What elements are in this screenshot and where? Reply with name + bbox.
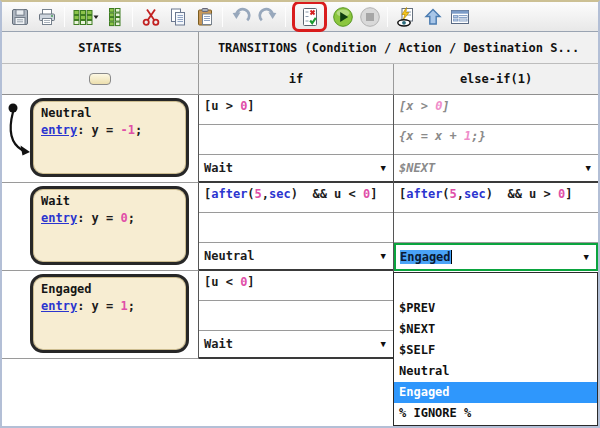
destination-dropdown[interactable]: $NEXT▼ <box>394 155 598 183</box>
if-cells-wait: [after(5,sec) && u < 0] Neutral▼ <box>199 183 394 271</box>
state-icon <box>89 73 111 85</box>
print-icon <box>37 7 57 27</box>
go-up-button[interactable] <box>419 4 446 29</box>
code-token: {x = x + <box>399 129 464 143</box>
action-cell[interactable] <box>394 213 598 243</box>
state-box-wait[interactable]: Wait entry: y = 0; <box>30 186 189 265</box>
save-button[interactable] <box>6 4 33 29</box>
run-icon <box>332 6 354 28</box>
cut-icon <box>141 7 161 27</box>
toolbar-separator <box>64 7 65 27</box>
action-cell[interactable] <box>199 301 393 331</box>
dropdown-item[interactable]: % IGNORE % <box>394 403 597 424</box>
dropdown-item[interactable]: $NEXT <box>394 319 597 340</box>
cut-button[interactable] <box>137 4 164 29</box>
condition-cell[interactable]: [u > 0] <box>199 95 393 125</box>
code-token: ( <box>442 187 449 201</box>
code-token: entry <box>41 211 77 225</box>
destination-dropdown[interactable]: Wait▼ <box>199 155 393 183</box>
state-name: Engaged <box>41 282 178 296</box>
diagnostics-button[interactable] <box>296 4 323 29</box>
code-token: ; <box>135 123 142 137</box>
action-cell-placeholder[interactable]: {x = x + 1;} <box>394 125 598 155</box>
code-token: : y = <box>77 299 120 313</box>
state-cell-neutral: Neutral entry: y = -1; <box>2 95 199 183</box>
chevron-down-icon: ▼ <box>381 339 386 349</box>
destination-dropdown[interactable]: Neutral▼ <box>199 243 393 271</box>
undo-icon <box>231 7 251 27</box>
table-row: Wait entry: y = 0; [after(5,sec) && u < … <box>2 183 598 271</box>
insert-state-row-button[interactable] <box>69 4 101 29</box>
table-view-button[interactable] <box>446 4 473 29</box>
code-token: 1 <box>120 299 127 313</box>
destination-combobox-open[interactable]: Engaged▼ <box>394 243 598 271</box>
condition-cell[interactable]: [u < 0] <box>199 271 393 301</box>
destination-value: Wait <box>204 161 233 175</box>
code-token: ] <box>247 275 254 289</box>
state-cell-wait: Wait entry: y = 0; <box>2 183 199 271</box>
chevron-down-icon: ▼ <box>381 163 386 173</box>
print-button[interactable] <box>33 4 60 29</box>
dropdown-item[interactable]: $PREV <box>394 298 597 319</box>
stop-button[interactable] <box>356 4 383 29</box>
undo-button[interactable] <box>227 4 254 29</box>
code-token: after <box>211 187 247 201</box>
copy-icon <box>168 7 188 27</box>
code-token: ] <box>565 187 572 201</box>
redo-button[interactable] <box>254 4 281 29</box>
toolbar-separator <box>222 7 223 27</box>
action-cell[interactable] <box>199 213 393 243</box>
diagnostics-icon <box>300 7 320 27</box>
destination-value: $NEXT <box>399 161 435 175</box>
code-token: entry <box>41 299 77 313</box>
state-transition-table-window: STATES TRANSITIONS (Condition / Action /… <box>0 0 600 428</box>
copy-button[interactable] <box>164 4 191 29</box>
insert-transition-column-icon <box>105 7 125 27</box>
state-entry-action: entry: y = 1; <box>41 299 178 313</box>
code-token: , <box>457 187 464 201</box>
debug-button[interactable] <box>392 4 419 29</box>
toolbar <box>2 2 598 32</box>
code-token: ) && u > <box>486 187 558 201</box>
redo-icon <box>258 7 278 27</box>
condition-cell[interactable]: [after(5,sec) && u < 0] <box>199 183 393 213</box>
condition-cell-placeholder[interactable]: [x > 0] <box>394 95 598 125</box>
paste-button[interactable] <box>191 4 218 29</box>
code-token: [u < <box>204 275 240 289</box>
state-entry-action: entry: y = -1; <box>41 123 178 137</box>
state-box-neutral[interactable]: Neutral entry: y = -1; <box>30 98 189 177</box>
dropdown-item-empty[interactable] <box>394 273 597 298</box>
code-token: 5 <box>255 187 262 201</box>
table-subheader-row: if else-if(1) <box>2 64 598 95</box>
code-token: -1 <box>120 123 134 137</box>
chevron-down-icon: ▼ <box>586 163 591 173</box>
code-token: 0 <box>120 211 127 225</box>
dropdown-item-selected[interactable]: Engaged <box>394 382 597 403</box>
debug-icon <box>395 7 417 27</box>
chevron-down-icon: ▼ <box>584 252 589 262</box>
state-name: Neutral <box>41 106 178 120</box>
code-token: [x > <box>399 99 435 113</box>
elseif-cells-neutral: [x > 0] {x = x + 1;} $NEXT▼ <box>394 95 598 183</box>
dropdown-item[interactable]: $SELF <box>394 340 597 361</box>
dropdown-item[interactable]: Neutral <box>394 361 597 382</box>
destination-dropdown[interactable]: Wait▼ <box>199 331 393 359</box>
run-button[interactable] <box>329 4 356 29</box>
code-token: ; <box>128 211 135 225</box>
action-cell[interactable] <box>199 125 393 155</box>
dropdown-list: $PREV $NEXT $SELF Neutral Engaged % IGNO… <box>393 272 598 426</box>
destination-value: Wait <box>204 337 233 351</box>
state-box-engaged[interactable]: Engaged entry: y = 1; <box>30 274 189 353</box>
paste-icon <box>195 7 215 27</box>
code-token: ; <box>128 299 135 313</box>
elseif-cells-wait: [after(5,sec) && u > 0] Engaged▼ <box>394 183 598 271</box>
save-icon <box>10 7 30 27</box>
code-token: ] <box>442 99 449 113</box>
insert-transition-column-button[interactable] <box>101 4 128 29</box>
toolbar-separator <box>285 7 286 27</box>
states-header: STATES <box>2 32 199 63</box>
state-entry-action: entry: y = 0; <box>41 211 178 225</box>
stop-icon <box>359 6 381 28</box>
code-token: ) && u < <box>291 187 363 201</box>
condition-cell[interactable]: [after(5,sec) && u > 0] <box>394 183 598 213</box>
